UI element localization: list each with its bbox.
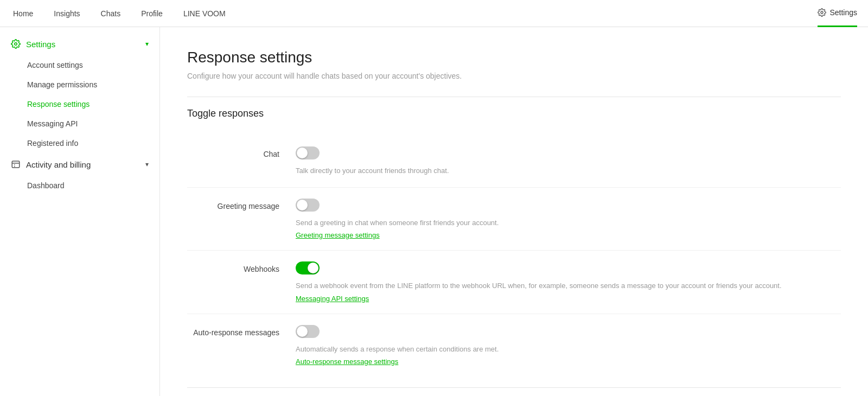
- nav-insights[interactable]: Insights: [52, 0, 82, 27]
- nav-chats[interactable]: Chats: [99, 0, 123, 27]
- toggle-content-1: Send a greeting in chat when someone fir…: [296, 199, 841, 240]
- toggle-switch-0[interactable]: [296, 146, 320, 159]
- toggle-desc-2: Send a webhook event from the LINE platf…: [296, 280, 841, 291]
- bottom-divider: [187, 387, 841, 388]
- billing-icon: [11, 159, 21, 169]
- toggle-desc-3: Automatically sends a response when cert…: [296, 344, 841, 355]
- nav-line-voom[interactable]: LINE VOOM: [181, 0, 228, 27]
- toggle-link-3[interactable]: Auto-response message settings: [296, 357, 398, 366]
- toggle-row-2: WebhooksSend a webhook event from the LI…: [187, 251, 841, 314]
- title-divider: [187, 97, 841, 97]
- top-nav: Home Insights Chats Profile LINE VOOM Se…: [0, 0, 868, 27]
- sidebar-item-messaging-api[interactable]: Messaging API: [0, 114, 159, 133]
- sidebar-billing-header-left: Activity and billing: [11, 159, 91, 169]
- nav-left: Home Insights Chats Profile LINE VOOM: [11, 0, 228, 27]
- toggle-switch-1[interactable]: [296, 199, 320, 212]
- toggle-content-2: Send a webhook event from the LINE platf…: [296, 261, 841, 303]
- toggle-content-0: Talk directly to your account friends th…: [296, 146, 841, 176]
- toggle-switch-3[interactable]: [296, 325, 320, 338]
- main-layout: Settings ▾ Account settings Manage permi…: [0, 27, 868, 396]
- toggle-link-1[interactable]: Greeting message settings: [296, 231, 380, 239]
- gear-icon: [818, 8, 826, 17]
- nav-settings[interactable]: Settings: [818, 0, 857, 27]
- sidebar-item-response-settings[interactable]: Response settings: [0, 94, 159, 114]
- toggle-label-1: Greeting message: [187, 199, 296, 210]
- settings-gear-icon: [11, 39, 21, 49]
- sidebar-item-registered-info[interactable]: Registered info: [0, 133, 159, 153]
- settings-chevron-icon: ▾: [145, 40, 149, 48]
- toggle-desc-1: Send a greeting in chat when someone fir…: [296, 218, 841, 228]
- sidebar-settings-header[interactable]: Settings ▾: [0, 33, 159, 55]
- settings-label: Settings: [829, 8, 857, 17]
- toggle-label-0: Chat: [187, 146, 296, 158]
- billing-chevron-icon: ▾: [145, 161, 149, 168]
- svg-rect-2: [12, 161, 20, 168]
- svg-point-0: [821, 11, 823, 14]
- toggle-content-3: Automatically sends a response when cert…: [296, 325, 841, 366]
- sidebar-settings-title: Settings: [26, 40, 55, 49]
- toggle-switch-2[interactable]: [296, 261, 320, 274]
- nav-profile[interactable]: Profile: [139, 0, 165, 27]
- sidebar-item-account-settings[interactable]: Account settings: [0, 55, 159, 75]
- toggle-link-2[interactable]: Messaging API settings: [296, 295, 369, 303]
- toggle-row-3: Auto-response messagesAutomatically send…: [187, 314, 841, 377]
- sidebar-billing-title: Activity and billing: [26, 160, 91, 169]
- main-content: Response settings Configure how your acc…: [160, 27, 868, 396]
- toggle-desc-0: Talk directly to your account friends th…: [296, 165, 841, 176]
- nav-home[interactable]: Home: [11, 0, 35, 27]
- nav-right: Settings: [818, 0, 857, 27]
- toggle-row-1: Greeting messageSend a greeting in chat …: [187, 188, 841, 251]
- toggles-container: ChatTalk directly to your account friend…: [187, 136, 841, 376]
- toggle-row-0: ChatTalk directly to your account friend…: [187, 136, 841, 188]
- sidebar-billing-header[interactable]: Activity and billing ▾: [0, 153, 159, 176]
- toggle-label-3: Auto-response messages: [187, 325, 296, 337]
- sidebar-settings-header-left: Settings: [11, 39, 55, 49]
- svg-point-1: [15, 43, 17, 46]
- page-title: Response settings: [187, 49, 841, 66]
- sidebar-item-manage-permissions[interactable]: Manage permissions: [0, 75, 159, 94]
- page-subtitle: Configure how your account will handle c…: [187, 72, 841, 80]
- toggle-label-2: Webhooks: [187, 261, 296, 273]
- sidebar-item-dashboard[interactable]: Dashboard: [0, 176, 159, 195]
- sidebar: Settings ▾ Account settings Manage permi…: [0, 27, 160, 396]
- section-title: Toggle responses: [187, 108, 841, 119]
